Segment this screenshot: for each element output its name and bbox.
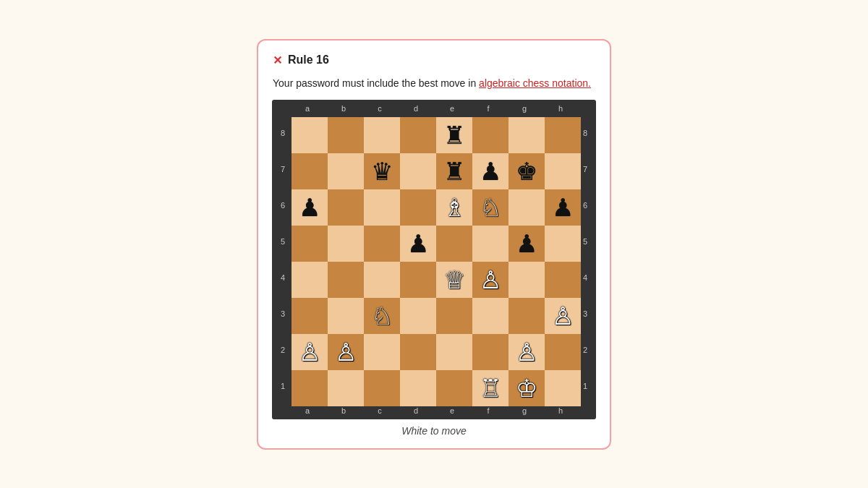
rank-labels-left: 8 7 6 5 4 3 2 1 xyxy=(276,115,289,404)
cell-g4 xyxy=(509,262,545,298)
cell-f1: ♖ xyxy=(472,370,509,406)
rank-1-left: 1 xyxy=(276,368,289,404)
file-label-b: b xyxy=(326,103,362,114)
cell-e7: ♜ xyxy=(436,153,472,189)
board-wrapper: a b c d e f g h 8 7 6 5 4 3 2 1 xyxy=(273,100,595,437)
cell-g3 xyxy=(509,298,545,334)
file-label-b-bot: b xyxy=(326,405,362,416)
cell-g8 xyxy=(509,117,545,153)
cell-h7 xyxy=(545,153,581,189)
file-label-e: e xyxy=(434,103,470,114)
cell-c7: ♛ xyxy=(364,153,400,189)
cell-c8 xyxy=(364,117,400,153)
cell-b1 xyxy=(328,370,364,406)
rule-title: Rule 16 xyxy=(288,53,329,67)
file-label-c-bot: c xyxy=(362,405,398,416)
cell-d5: ♟ xyxy=(400,226,436,262)
cell-f6: ♘ xyxy=(472,189,509,226)
cell-e1 xyxy=(436,370,472,406)
cell-e8: ♜ xyxy=(436,117,472,153)
x-icon: ✕ xyxy=(273,53,282,67)
rule-description: Your password must include the best move… xyxy=(273,76,595,91)
cell-h5 xyxy=(545,226,581,262)
cell-f2 xyxy=(472,334,509,370)
cell-b3 xyxy=(328,298,364,334)
cell-a3 xyxy=(292,298,328,334)
file-label-d: d xyxy=(398,103,434,114)
rank-3-left: 3 xyxy=(276,296,289,332)
cell-e4: ♕ xyxy=(436,262,472,298)
file-label-h-bot: h xyxy=(542,405,579,416)
cell-e6: ♗ xyxy=(436,189,472,226)
cell-f3 xyxy=(472,298,509,334)
rule-card: ✕ Rule 16 Your password must include the… xyxy=(257,39,611,450)
cell-g2: ♙ xyxy=(509,334,545,370)
chess-board: ♜♛♜♟♚♟♗♘♟♟♟♕♙♘♙♙♙♙♖♔ xyxy=(289,115,579,404)
rank-7-left: 7 xyxy=(276,151,289,187)
cell-c1 xyxy=(364,370,400,406)
rank-8-left: 8 xyxy=(276,115,289,151)
cell-c2 xyxy=(364,334,400,370)
cell-d4 xyxy=(400,262,436,298)
cell-b8 xyxy=(328,117,364,153)
cell-b5 xyxy=(328,226,364,262)
cell-b4 xyxy=(328,262,364,298)
cell-g5: ♟ xyxy=(509,226,545,262)
file-label-e-bot: e xyxy=(434,405,470,416)
cell-a7 xyxy=(292,153,328,189)
cell-b2: ♙ xyxy=(328,334,364,370)
cell-g6 xyxy=(509,189,545,226)
file-label-f: f xyxy=(470,103,506,114)
cell-f8 xyxy=(472,117,509,153)
cell-h2 xyxy=(545,334,581,370)
cell-d7 xyxy=(400,153,436,189)
cell-f7: ♟ xyxy=(472,153,509,189)
file-label-a-bot: a xyxy=(289,405,326,416)
cell-d6 xyxy=(400,189,436,226)
status-label: White to move xyxy=(401,425,466,437)
file-label-d-bot: d xyxy=(398,405,434,416)
cell-e3 xyxy=(436,298,472,334)
cell-d3 xyxy=(400,298,436,334)
file-label-a: a xyxy=(289,103,326,114)
file-label-g-bot: g xyxy=(506,405,542,416)
cell-a1 xyxy=(292,370,328,406)
rank-5-left: 5 xyxy=(276,223,289,260)
rank-4-left: 4 xyxy=(276,260,289,296)
cell-h4 xyxy=(545,262,581,298)
cell-h6: ♟ xyxy=(545,189,581,226)
cell-a4 xyxy=(292,262,328,298)
cell-h1 xyxy=(545,370,581,406)
cell-d2 xyxy=(400,334,436,370)
cell-e5 xyxy=(436,226,472,262)
file-label-h: h xyxy=(542,103,579,114)
file-label-g: g xyxy=(506,103,542,114)
cell-e2 xyxy=(436,334,472,370)
cell-a5 xyxy=(292,226,328,262)
file-label-c: c xyxy=(362,103,398,114)
cell-b6 xyxy=(328,189,364,226)
algebraic-notation-link[interactable]: algebraic chess notation. xyxy=(479,77,591,89)
cell-c6 xyxy=(364,189,400,226)
cell-c4 xyxy=(364,262,400,298)
cell-a2: ♙ xyxy=(292,334,328,370)
cell-d8 xyxy=(400,117,436,153)
cell-g7: ♚ xyxy=(509,153,545,189)
cell-c5 xyxy=(364,226,400,262)
cell-a6: ♟ xyxy=(292,189,328,226)
rule-header: ✕ Rule 16 xyxy=(273,53,595,67)
cell-g1: ♔ xyxy=(509,370,545,406)
cell-d1 xyxy=(400,370,436,406)
cell-b7 xyxy=(328,153,364,189)
file-label-f-bot: f xyxy=(470,405,506,416)
cell-h8 xyxy=(545,117,581,153)
rank-6-left: 6 xyxy=(276,187,289,223)
cell-h3: ♙ xyxy=(545,298,581,334)
cell-f4: ♙ xyxy=(472,262,509,298)
cell-a8 xyxy=(292,117,328,153)
description-text: Your password must include the best move… xyxy=(273,77,479,89)
rank-2-left: 2 xyxy=(276,332,289,368)
cell-c3: ♘ xyxy=(364,298,400,334)
cell-f5 xyxy=(472,226,509,262)
